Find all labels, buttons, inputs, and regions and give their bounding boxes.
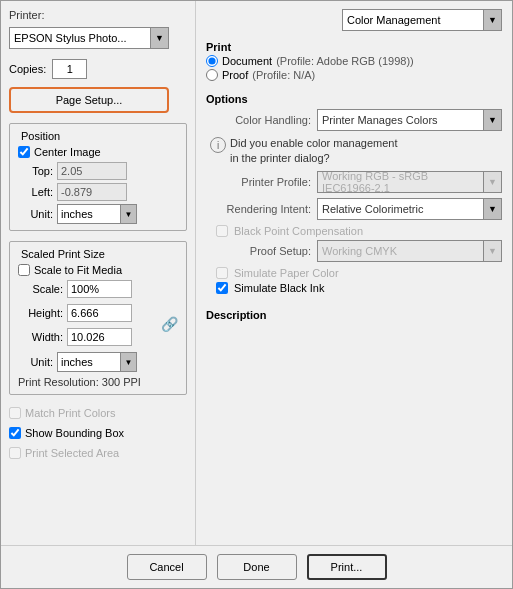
unit-label: Unit: [18, 208, 53, 220]
color-mgmt-arrow-icon: ▼ [483, 10, 501, 30]
done-button[interactable]: Done [217, 554, 297, 580]
printer-profile-dropdown: Working RGB - sRGB IEC61966-2.1 ▼ [317, 171, 502, 193]
color-mgmt-row: Color Management ▼ [206, 9, 502, 31]
position-title: Position [18, 130, 63, 142]
simulate-paper-row: Simulate Paper Color [216, 267, 502, 279]
left-row: Left: [18, 183, 178, 201]
proof-setup-arrow-icon: ▼ [483, 241, 501, 261]
scale-to-fit-checkbox[interactable] [18, 264, 30, 276]
right-panel: Color Management ▼ Print Document (Profi… [196, 1, 512, 545]
bottom-checkboxes: Match Print Colors Show Bounding Box Pri… [9, 407, 187, 463]
options-label: Options [206, 93, 502, 105]
rendering-intent-row: Rendering Intent: Relative Colorimetric … [206, 198, 502, 220]
printer-dropdown[interactable]: EPSON Stylus Photo... ▼ [9, 27, 169, 49]
printer-profile-arrow-icon: ▼ [483, 172, 501, 192]
copies-label: Copies: [9, 63, 46, 75]
width-label: Width: [18, 331, 63, 343]
proof-setup-dropdown: Working CMYK ▼ [317, 240, 502, 262]
print-selected-checkbox [9, 447, 21, 459]
left-input [57, 183, 127, 201]
unit-arrow-icon: ▼ [120, 205, 136, 223]
printer-profile-label: Printer Profile: [206, 176, 311, 188]
width-input[interactable] [67, 328, 132, 346]
info-row: i Did you enable color management in the… [210, 136, 502, 167]
proof-profile: (Profile: N/A) [252, 69, 315, 81]
rendering-intent-dropdown[interactable]: Relative Colorimetric ▼ [317, 198, 502, 220]
black-point-label: Black Point Compensation [234, 225, 363, 237]
printer-value: EPSON Stylus Photo... [14, 32, 148, 44]
black-point-checkbox [216, 225, 228, 237]
height-label: Height: [18, 307, 63, 319]
top-label: Top: [18, 165, 53, 177]
height-input[interactable] [67, 304, 132, 322]
cancel-button[interactable]: Cancel [127, 554, 207, 580]
center-image-checkbox[interactable] [18, 146, 30, 158]
page-setup-button[interactable]: Page Setup... [9, 87, 169, 113]
simulate-black-row: Simulate Black Ink [216, 282, 502, 294]
width-row: Width: [18, 328, 155, 346]
match-print-checkbox [9, 407, 21, 419]
rendering-intent-label: Rendering Intent: [206, 203, 311, 215]
unit-dropdown[interactable]: inches ▼ [57, 204, 137, 224]
document-label: Document [222, 55, 272, 67]
top-row: Top: [18, 162, 178, 180]
options-section: Options Color Handling: Printer Manages … [206, 89, 502, 297]
proof-radio[interactable] [206, 69, 218, 81]
copies-input[interactable] [52, 59, 87, 79]
left-panel: Printer: EPSON Stylus Photo... ▼ Copies:… [1, 1, 196, 545]
color-handling-value: Printer Manages Colors [322, 114, 481, 126]
simulate-paper-label: Simulate Paper Color [234, 267, 339, 279]
simulate-paper-checkbox [216, 267, 228, 279]
description-section: Description [206, 309, 502, 325]
show-bounding-row: Show Bounding Box [9, 427, 187, 439]
unit2-label: Unit: [18, 356, 53, 368]
printer-profile-row: Printer Profile: Working RGB - sRGB IEC6… [206, 171, 502, 193]
show-bounding-checkbox[interactable] [9, 427, 21, 439]
rendering-intent-value: Relative Colorimetric [322, 203, 481, 215]
info-text: Did you enable color management in the p… [230, 136, 398, 167]
simulate-black-label: Simulate Black Ink [234, 282, 324, 294]
scaled-group: Scaled Print Size Scale to Fit Media Sca… [9, 241, 187, 395]
scale-fit-row: Scale to Fit Media [18, 264, 178, 276]
proof-label: Proof [222, 69, 248, 81]
center-image-row: Center Image [18, 146, 178, 158]
unit2-row: Unit: inches ▼ [18, 352, 178, 372]
unit2-arrow-icon: ▼ [120, 353, 136, 371]
color-handling-label: Color Handling: [206, 114, 311, 126]
print-selected-label: Print Selected Area [25, 447, 119, 459]
copies-row: Copies: [9, 59, 187, 79]
show-bounding-label: Show Bounding Box [25, 427, 124, 439]
link-icon: 🔗 [161, 316, 178, 332]
color-handling-dropdown[interactable]: Printer Manages Colors ▼ [317, 109, 502, 131]
rendering-intent-arrow-icon: ▼ [483, 199, 501, 219]
proof-setup-label: Proof Setup: [206, 245, 311, 257]
printer-section: Printer: EPSON Stylus Photo... ▼ [9, 9, 187, 49]
position-group: Position Center Image Top: Left: Unit: i… [9, 123, 187, 231]
dialog-footer: Cancel Done Print... [1, 545, 512, 588]
simulate-black-checkbox[interactable] [216, 282, 228, 294]
scale-input[interactable] [67, 280, 132, 298]
print-label: Print [206, 41, 502, 53]
scale-to-fit-label: Scale to Fit Media [34, 264, 122, 276]
unit2-dropdown[interactable]: inches ▼ [57, 352, 137, 372]
print-button[interactable]: Print... [307, 554, 387, 580]
proof-setup-value: Working CMYK [322, 245, 481, 257]
match-print-label: Match Print Colors [25, 407, 115, 419]
left-label: Left: [18, 186, 53, 198]
scale-label: Scale: [18, 283, 63, 295]
scaled-title: Scaled Print Size [18, 248, 108, 260]
description-label: Description [206, 309, 502, 321]
center-image-label: Center Image [34, 146, 101, 158]
document-radio[interactable] [206, 55, 218, 67]
unit-value: inches [61, 208, 118, 220]
color-mgmt-value: Color Management [347, 14, 481, 26]
unit-row: Unit: inches ▼ [18, 204, 178, 224]
color-mgmt-dropdown[interactable]: Color Management ▼ [342, 9, 502, 31]
top-input [57, 162, 127, 180]
height-row: Height: [18, 304, 155, 322]
match-print-row: Match Print Colors [9, 407, 187, 419]
printer-profile-value: Working RGB - sRGB IEC61966-2.1 [322, 170, 481, 194]
print-section: Print Document (Profile: Adobe RGB (1998… [206, 41, 502, 83]
color-handling-arrow-icon: ▼ [483, 110, 501, 130]
document-profile: (Profile: Adobe RGB (1998)) [276, 55, 414, 67]
